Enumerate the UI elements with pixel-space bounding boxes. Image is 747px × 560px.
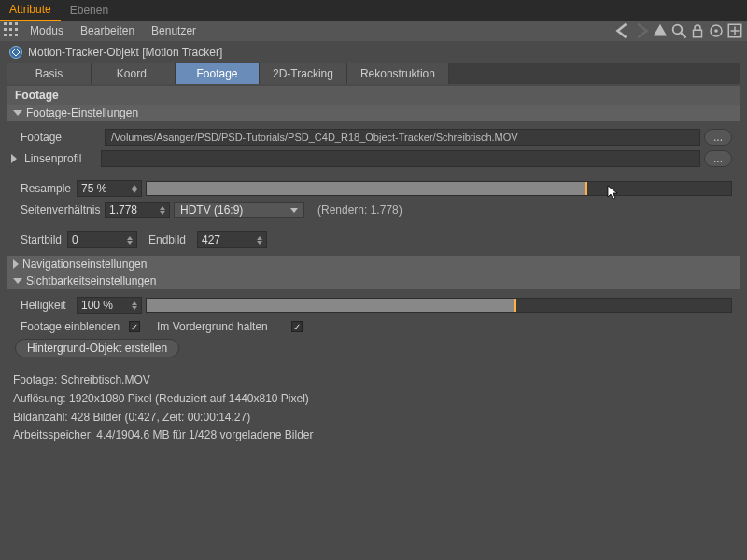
label-footage: Footage — [15, 131, 101, 144]
svg-rect-7 — [9, 34, 12, 36]
menu-benutzer[interactable]: Benutzer — [144, 24, 204, 37]
grid-icon[interactable] — [4, 22, 21, 39]
target-icon[interactable] — [708, 22, 725, 39]
footage-einblenden-checkbox[interactable] — [129, 321, 140, 332]
info-line: Arbeitsspeicher: 4.4/1904.6 MB für 1/428… — [13, 427, 734, 445]
svg-point-9 — [673, 25, 683, 35]
aspect-preset-dropdown[interactable]: HDTV (16:9) — [174, 202, 304, 218]
svg-rect-0 — [4, 22, 7, 25]
group-body-footage: Footage /Volumes/Asanger/PSD/PSD-Tutoria… — [7, 121, 740, 256]
label-linsenprofil: Linsenprofil — [24, 152, 97, 165]
info-line: Footage: Schreibtisch.MOV — [13, 371, 734, 390]
svg-rect-1 — [9, 22, 12, 25]
object-header: Motion-Tracker-Objekt [Motion Tracker] — [0, 41, 747, 63]
group-label: Sichtbarkeitseinstellungen — [26, 274, 156, 287]
hintergrund-objekt-button[interactable]: Hintergrund-Objekt erstellen — [15, 339, 179, 357]
group-label: Navigationseinstellungen — [22, 258, 147, 271]
chevron-down-icon — [13, 110, 22, 116]
nav-up-icon[interactable] — [652, 22, 669, 39]
helligkeit-value[interactable]: 100 % — [77, 297, 142, 314]
linsenprofil-browse-button[interactable]: ... — [704, 150, 732, 167]
svg-rect-6 — [4, 34, 7, 36]
label-resample: Resample — [15, 182, 73, 195]
subtab-rekonstruktion[interactable]: Rekonstruktion — [347, 63, 449, 84]
lock-icon[interactable] — [689, 22, 706, 39]
object-title: Motion-Tracker-Objekt [Motion Tracker] — [28, 46, 222, 59]
svg-point-13 — [714, 29, 718, 33]
helligkeit-slider[interactable] — [146, 298, 732, 313]
group-navigationseinstellungen[interactable]: Navigationseinstellungen — [7, 256, 740, 273]
subtab-2d-tracking[interactable]: 2D-Tracking — [260, 63, 347, 84]
subtab-footage[interactable]: Footage — [176, 63, 260, 84]
section-footage: Footage — [7, 86, 740, 105]
info-line: Auflösung: 1920x1080 Pixel (Reduziert au… — [13, 390, 734, 409]
tab-ebenen[interactable]: Ebenen — [61, 0, 118, 21]
chevron-right-icon — [13, 259, 19, 269]
spinner-icon[interactable] — [132, 185, 137, 193]
label-footage-einblenden: Footage einblenden — [15, 320, 125, 333]
subtab-basis[interactable]: Basis — [7, 63, 92, 84]
svg-line-10 — [681, 33, 685, 37]
top-tabbar: Attribute Ebenen — [0, 0, 747, 21]
group-body-sicht: Helligkeit 100 % Footage einblenden Im V… — [7, 289, 740, 364]
search-icon[interactable] — [670, 22, 687, 39]
endbild-number: 427 — [202, 233, 220, 246]
resample-number: 75 % — [81, 182, 106, 195]
svg-rect-11 — [694, 30, 702, 37]
chevron-down-icon — [290, 208, 298, 213]
new-window-icon[interactable] — [726, 22, 743, 39]
aspect-value[interactable]: 1.778 — [105, 202, 170, 218]
svg-rect-3 — [4, 28, 7, 31]
helligkeit-number: 100 % — [81, 299, 113, 312]
subtab-koord[interactable]: Koord. — [92, 63, 176, 84]
chevron-right-icon[interactable] — [11, 154, 17, 163]
menu-bearbeiten[interactable]: Bearbeiten — [73, 24, 142, 37]
spinner-icon[interactable] — [257, 236, 262, 245]
label-helligkeit: Helligkeit — [15, 299, 73, 312]
linsenprofil-input[interactable] — [101, 150, 700, 167]
startbild-value[interactable]: 0 — [67, 231, 137, 248]
nav-back-icon[interactable] — [614, 22, 631, 39]
footage-browse-button[interactable]: ... — [704, 129, 732, 146]
resample-value[interactable]: 75 % — [77, 180, 142, 197]
spinner-icon[interactable] — [160, 206, 165, 215]
tab-attribute[interactable]: Attribute — [0, 0, 61, 21]
im-vordergrund-checkbox[interactable] — [291, 321, 303, 332]
chevron-down-icon — [13, 278, 22, 284]
startbild-number: 0 — [72, 233, 78, 246]
group-label: Footage-Einstellungen — [26, 106, 138, 119]
nav-forward-icon[interactable] — [633, 22, 650, 39]
aspect-number: 1.778 — [109, 203, 137, 217]
motion-tracker-icon — [7, 44, 24, 61]
svg-rect-2 — [15, 22, 18, 25]
label-endbild: Endbild — [148, 233, 193, 246]
svg-rect-4 — [9, 28, 12, 31]
subtab-bar: Basis Koord. Footage 2D-Tracking Rekonst… — [7, 63, 740, 84]
label-im-vordergrund: Im Vordergrund halten — [157, 320, 288, 333]
group-sichtbarkeitseinstellungen[interactable]: Sichtbarkeitseinstellungen — [7, 273, 740, 289]
endbild-value[interactable]: 427 — [197, 231, 267, 248]
toolbar: Modus Bearbeiten Benutzer — [0, 21, 747, 41]
group-footage-einstellungen[interactable]: Footage-Einstellungen — [7, 105, 740, 121]
svg-rect-5 — [15, 28, 18, 31]
spinner-icon[interactable] — [127, 236, 133, 245]
aspect-preset-label: HDTV (16:9) — [180, 203, 243, 217]
status-info: Footage: Schreibtisch.MOV Auflösung: 192… — [0, 364, 747, 453]
menu-modus[interactable]: Modus — [22, 24, 71, 37]
label-seitenverhaeltnis: Seitenverhältnis — [15, 203, 101, 217]
resample-slider[interactable] — [146, 181, 732, 196]
spinner-icon[interactable] — [132, 301, 137, 310]
label-startbild: Startbild — [15, 233, 63, 246]
svg-rect-8 — [15, 34, 18, 36]
info-line: Bildanzahl: 428 Bilder (0:427, Zeit: 00:… — [13, 409, 734, 427]
render-aspect-text: (Rendern: 1.778) — [317, 203, 402, 217]
footage-path-input[interactable]: /Volumes/Asanger/PSD/PSD-Tutorials/PSD_C… — [105, 129, 700, 146]
